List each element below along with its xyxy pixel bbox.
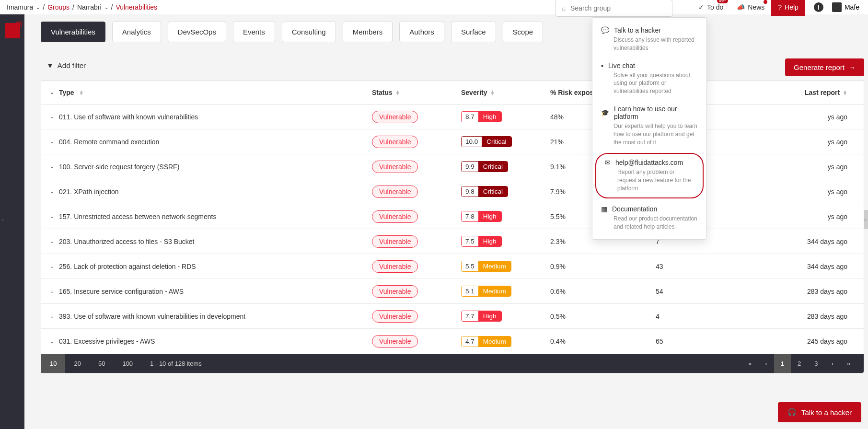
tab-vulnerabilities[interactable]: Vulnerabilities [41, 22, 105, 42]
tab-events[interactable]: Events [233, 22, 275, 42]
chevron-down-icon[interactable]: ⌄ [50, 238, 54, 244]
chevron-down-icon[interactable]: ⌄ [36, 5, 40, 10]
col-status[interactable]: Status▲▼ [372, 89, 461, 96]
table-row[interactable]: ⌄021. XPath injectionVulnerable9.8Critic… [41, 179, 864, 204]
tab-scope[interactable]: Scope [503, 22, 544, 42]
chevron-down-icon[interactable]: ⌄ [50, 114, 54, 120]
severity-score: 4.7 [462, 336, 478, 347]
search-input[interactable] [570, 4, 666, 12]
chevron-down-icon[interactable]: ⌄ [50, 139, 54, 145]
table-row[interactable]: ⌄011. Use of software with known vulnera… [41, 104, 864, 129]
col-last[interactable]: Last report▲▼ [771, 89, 857, 96]
pager-next[interactable]: » [840, 354, 857, 373]
pager-page-2[interactable]: 2 [791, 354, 808, 373]
breadcrumb-groups[interactable]: Groups [47, 3, 69, 11]
bullhorn-icon: 📣 [737, 3, 745, 11]
generate-report-button[interactable]: Generate report → [785, 58, 864, 76]
pager-prev[interactable]: « [741, 354, 758, 373]
risk-value: 0.4% [550, 337, 656, 345]
tab-members[interactable]: Members [343, 22, 393, 42]
table-row[interactable]: ⌄256. Lack of protection against deletio… [41, 254, 864, 279]
help-item-desc: Report any problem or request a new feat… [617, 168, 694, 192]
table-row[interactable]: ⌄031. Excessive privileges - AWSVulnerab… [41, 329, 864, 354]
severity-score: 7.7 [462, 311, 478, 321]
table-row[interactable]: ⌄004. Remote command executionVulnerable… [41, 129, 864, 154]
severity-label: Critical [478, 186, 508, 197]
severity-label: Medium [478, 286, 511, 296]
tab-authors[interactable]: Authors [399, 22, 444, 42]
status-badge: Vulnerable [372, 161, 418, 173]
help-item[interactable]: ✉help@fluidattacks.comReport any problem… [595, 153, 704, 198]
talk-to-hacker-button[interactable]: 🎧 Talk to a hacker [778, 402, 861, 422]
chevron-down-icon[interactable]: ⌄ [50, 263, 54, 269]
pager-next[interactable]: › [824, 354, 840, 373]
page-size-20[interactable]: 20 [65, 354, 89, 373]
help-item[interactable]: ▦DocumentationRead our product documenta… [592, 200, 706, 236]
tab-consulting[interactable]: Consulting [282, 22, 336, 42]
check-icon: ✓ [698, 3, 704, 11]
help-item[interactable]: 🎓Learn how to use our platformOur expert… [592, 100, 706, 151]
help-item[interactable]: 💬Talk to a hackerDiscuss any issue with … [592, 22, 706, 57]
table-row[interactable]: ⌄165. Insecure service configuration - A… [41, 279, 864, 304]
col-type[interactable]: ⌄Type▲▼ [41, 89, 372, 96]
arrow-right-icon: → [848, 63, 856, 71]
page-size: 102050100 [41, 354, 141, 373]
help-button[interactable]: ? Help [771, 0, 805, 16]
news-button[interactable]: 📣 News [730, 0, 771, 16]
chevron-down-icon[interactable]: ⌄ [50, 188, 54, 195]
todo-label: To do [707, 3, 723, 11]
search-box[interactable]: ⌕ [556, 0, 672, 17]
last-report: ys ago [771, 138, 857, 146]
chevron-down-icon[interactable]: ⌄ [50, 313, 54, 319]
breadcrumb-narrabri[interactable]: Narrabri [77, 3, 102, 11]
risk-value: 0.9% [550, 263, 656, 270]
help-item[interactable]: ▪Live chatSolve all your questions about… [592, 57, 706, 100]
add-filter-button[interactable]: ▼ Add filter [46, 61, 86, 70]
page-size-10[interactable]: 10 [41, 354, 65, 373]
last-report: ys ago [771, 113, 857, 121]
chevron-down-icon[interactable]: ⌄ [104, 5, 108, 10]
chevron-down-icon[interactable]: ⌄ [50, 163, 54, 170]
severity-score: 7.5 [462, 236, 478, 246]
help-item-icon: ▪ [601, 62, 603, 70]
status-badge: Vulnerable [372, 260, 418, 273]
tab-surface[interactable]: Surface [451, 22, 496, 42]
status-badge: Vulnerable [372, 210, 418, 223]
vuln-type: 203. Unauthorized access to files - S3 B… [59, 238, 194, 245]
vuln-type: 165. Insecure service configuration - AW… [59, 288, 184, 295]
vulnerabilities-table: ⌄Type▲▼ Status▲▼ Severity▲▼ % Risk expos… [41, 80, 864, 373]
breadcrumb-imamura[interactable]: Imamura [7, 3, 33, 11]
severity-badge: 10.0Critical [461, 136, 512, 147]
user-menu[interactable]: Mafe [832, 2, 868, 12]
severity-label: High [478, 311, 501, 321]
col-severity[interactable]: Severity▲▼ [461, 89, 550, 96]
chevron-down-icon[interactable]: ⌄ [50, 288, 54, 294]
tab-analytics[interactable]: Analytics [112, 22, 161, 42]
chevron-down-icon[interactable]: ⌄ [50, 338, 54, 345]
table-row[interactable]: ⌄203. Unauthorized access to files - S3 … [41, 229, 864, 254]
tabs: VulnerabilitiesAnalyticsDevSecOpsEventsC… [41, 22, 868, 42]
page-size-50[interactable]: 50 [90, 354, 114, 373]
table-row[interactable]: ⌄157. Unrestricted access between networ… [41, 204, 864, 229]
severity-score: 5.5 [462, 261, 478, 271]
todo-badge: 99+ [717, 0, 728, 3]
vuln-type: 004. Remote command execution [59, 138, 159, 146]
tab-devsecops[interactable]: DevSecOps [168, 22, 226, 42]
add-filter-label: Add filter [58, 61, 86, 70]
page-size-100[interactable]: 100 [114, 354, 141, 373]
table-row[interactable]: ⌄393. Use of software with known vulnera… [41, 304, 864, 329]
pager-prev[interactable]: ‹ [758, 354, 774, 373]
chevron-down-icon[interactable]: ⌄ [50, 213, 54, 220]
breadcrumb-vulnerabilities[interactable]: Vulnerabilities [116, 3, 157, 11]
sort-icon: ▲▼ [843, 90, 847, 95]
status-badge: Vulnerable [372, 111, 418, 123]
sidebar-collapse-left[interactable]: ‹ [0, 210, 6, 229]
pager-page-3[interactable]: 3 [808, 354, 824, 373]
last-report: ys ago [771, 188, 857, 196]
vuln-type: 157. Unrestricted access between network… [59, 213, 216, 220]
help-item-desc: Solve all your questions about using our… [613, 71, 698, 95]
info-icon[interactable]: i [814, 2, 823, 12]
todo-button[interactable]: ✓ To do 99+ [692, 0, 730, 16]
pager-page-1[interactable]: 1 [774, 354, 791, 373]
table-row[interactable]: ⌄100. Server-side request forgery (SSRF)… [41, 154, 864, 179]
